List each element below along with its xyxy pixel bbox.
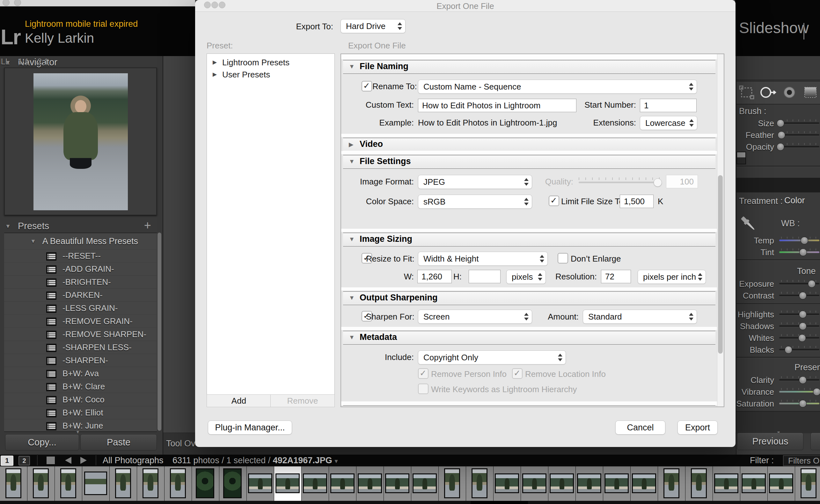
include-dropdown[interactable]: Copyright Only xyxy=(418,350,566,364)
grid-view-icon[interactable] xyxy=(47,457,55,464)
crop-tool-icon[interactable] xyxy=(738,85,755,100)
resolution-unit-dropdown[interactable]: pixels per inch xyxy=(638,270,706,284)
filmstrip-thumbnail[interactable] xyxy=(411,466,439,501)
slider-track[interactable] xyxy=(779,391,819,392)
filmstrip-thumbnail[interactable] xyxy=(137,466,164,501)
dialog-scrollbar[interactable] xyxy=(717,54,724,407)
window-minimize-icon[interactable] xyxy=(14,0,21,6)
previous-button[interactable]: Previous xyxy=(737,433,803,450)
image-format-dropdown[interactable]: JPEG xyxy=(418,175,532,189)
filmstrip-thumbnail[interactable] xyxy=(439,466,466,501)
next-photo-icon[interactable] xyxy=(80,457,87,464)
tree-item-user-presets[interactable]: ▶ User Presets xyxy=(207,68,334,81)
filmstrip-thumbnail[interactable] xyxy=(494,466,521,501)
spot-removal-icon[interactable] xyxy=(759,85,778,100)
presets-header[interactable]: ▼ Presets + xyxy=(0,220,163,233)
filmstrip-thumbnail[interactable] xyxy=(82,466,109,501)
slider-thumb[interactable] xyxy=(799,248,807,256)
preset-group[interactable]: ▼ A Beautiful Mess Presets xyxy=(4,236,157,249)
section-output-sharpening[interactable]: ▼ Output Sharpening xyxy=(343,291,715,305)
rename-template-dropdown[interactable]: Custom Name - Sequence xyxy=(418,80,697,94)
filmstrip-thumbnail[interactable] xyxy=(27,466,54,501)
preset-item[interactable]: B+W: June xyxy=(4,419,157,432)
color-space-dropdown[interactable]: sRGB xyxy=(418,195,532,209)
filmstrip-thumbnail[interactable] xyxy=(740,466,767,501)
preset-item[interactable]: B+W: Ava xyxy=(4,367,157,380)
height-input[interactable] xyxy=(469,270,501,283)
add-preset-button[interactable]: Add xyxy=(207,394,271,407)
filmstrip-thumbnail[interactable] xyxy=(576,466,603,501)
red-eye-icon[interactable] xyxy=(781,85,799,100)
slider-track[interactable] xyxy=(779,325,819,327)
filmstrip-thumbnail[interactable] xyxy=(219,466,246,501)
slider-track[interactable] xyxy=(779,122,819,124)
slider-track[interactable] xyxy=(779,349,819,350)
monitor-1-icon[interactable]: 1 xyxy=(1,456,13,466)
filmstrip-thumbnail[interactable] xyxy=(658,466,685,501)
wb-eyedropper-icon[interactable] xyxy=(737,211,761,238)
monitor-2-icon[interactable]: 2 xyxy=(18,456,30,465)
slider-thumb[interactable] xyxy=(799,311,807,318)
filmstrip-thumbnail[interactable] xyxy=(192,466,219,501)
color-swatch[interactable] xyxy=(737,152,746,164)
slider-track[interactable] xyxy=(779,240,819,241)
slider-thumb[interactable] xyxy=(777,143,784,151)
dialog-titlebar[interactable]: Export One File xyxy=(195,0,736,12)
start-number-input[interactable]: 1 xyxy=(640,99,697,112)
slider-thumb[interactable] xyxy=(777,119,784,127)
custom-text-input[interactable]: How to Edit Photos in Lightroom xyxy=(418,99,577,112)
slider-thumb[interactable] xyxy=(785,346,792,354)
navigator-preview[interactable] xyxy=(4,68,157,215)
preset-item[interactable]: --RESET-- xyxy=(4,249,157,262)
slider-thumb[interactable] xyxy=(799,322,807,330)
copy-button[interactable]: Copy... xyxy=(5,434,79,450)
filmstrip-scroll-thumb[interactable] xyxy=(471,501,528,504)
section-metadata[interactable]: ▼ Metadata xyxy=(343,331,715,345)
preset-item[interactable]: B+W: Coco xyxy=(4,393,157,406)
filmstrip-thumbnail[interactable] xyxy=(110,466,137,501)
slider-track[interactable] xyxy=(779,146,819,148)
slider-thumb[interactable] xyxy=(801,237,808,244)
filmstrip-thumbnail[interactable] xyxy=(548,466,576,501)
filmstrip-thumbnail[interactable] xyxy=(356,466,383,501)
filmstrip-thumbnail[interactable] xyxy=(768,466,795,501)
section-video[interactable]: ▶ Video xyxy=(343,138,715,152)
filmstrip-thumbnail[interactable] xyxy=(795,466,820,501)
preset-item[interactable]: B+W: Elliot xyxy=(4,406,157,419)
filter-dropdown[interactable]: Filters O xyxy=(783,455,820,466)
preset-item[interactable]: -ADD GRAIN- xyxy=(4,262,157,275)
rename-to-checkbox[interactable] xyxy=(361,81,372,91)
filmstrip-thumbnail[interactable] xyxy=(0,466,27,501)
slider-thumb[interactable] xyxy=(808,280,816,288)
preset-item[interactable]: -BRIGHTEN- xyxy=(4,275,157,288)
slider-thumb[interactable] xyxy=(799,400,807,407)
expand-triangle-icon[interactable]: ▶ xyxy=(213,68,217,81)
zoom-2-1[interactable]: 2:1 xyxy=(37,57,48,66)
slider-track[interactable] xyxy=(779,134,819,136)
sharpen-for-dropdown[interactable]: Screen xyxy=(418,310,532,324)
photo-count[interactable]: 6311 photos / 1 selected / 492A1967.JPG … xyxy=(172,456,337,465)
filmstrip-thumbnail[interactable] xyxy=(247,466,274,501)
module-slideshow[interactable]: Slideshow xyxy=(739,19,809,37)
tree-item-lightroom-presets[interactable]: ▶ Lightroom Presets xyxy=(207,56,334,68)
filmstrip-thumbnail[interactable] xyxy=(603,466,630,501)
filmstrip-scrollbar[interactable] xyxy=(0,501,820,504)
slider-thumb[interactable] xyxy=(798,334,806,342)
limit-file-size-input[interactable]: 1,500 xyxy=(620,195,654,208)
paste-button[interactable]: Paste xyxy=(80,434,157,450)
slider-track[interactable] xyxy=(779,313,819,315)
slider-track[interactable] xyxy=(779,283,819,284)
slider-thumb[interactable] xyxy=(799,376,807,384)
quality-value[interactable]: 100 xyxy=(666,175,698,188)
amount-dropdown[interactable]: Standard xyxy=(583,310,697,324)
preset-item[interactable]: -SHARPEN- xyxy=(4,354,157,367)
trial-expired-text[interactable]: Lightroom mobile trial expired xyxy=(25,19,138,29)
window-close-icon[interactable] xyxy=(3,0,10,6)
zoom-fill[interactable]: FILL xyxy=(0,57,10,66)
preset-item[interactable]: -DARKEN- xyxy=(4,288,157,301)
slider-thumb[interactable] xyxy=(799,292,807,299)
cancel-button[interactable]: Cancel xyxy=(615,421,665,435)
slider-thumb[interactable] xyxy=(778,131,785,139)
slider-thumb[interactable] xyxy=(813,388,820,396)
filmstrip-thumbnail[interactable] xyxy=(55,466,82,501)
